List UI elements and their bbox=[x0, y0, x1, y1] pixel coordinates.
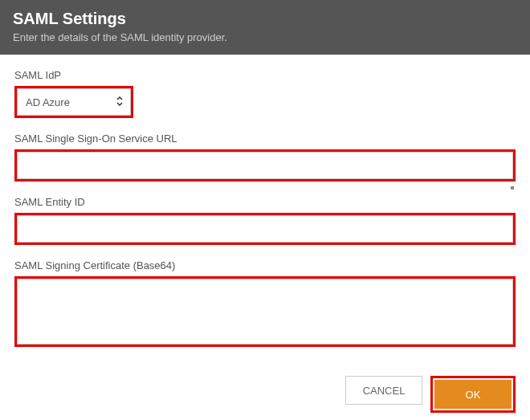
dialog-subtitle: Enter the details of the SAML identity p… bbox=[13, 31, 517, 43]
dialog-title: SAML Settings bbox=[13, 10, 517, 28]
dialog-footer: CANCEL OK bbox=[0, 369, 530, 420]
ok-button[interactable]: OK bbox=[434, 380, 512, 409]
field-signing-cert: SAML Signing Certificate (Base64) bbox=[14, 259, 516, 347]
entity-id-highlight bbox=[14, 213, 516, 245]
saml-idp-label: SAML IdP bbox=[14, 69, 516, 81]
field-saml-idp: SAML IdP AD Azure bbox=[14, 69, 516, 118]
entity-id-label: SAML Entity ID bbox=[14, 196, 516, 208]
resize-indicator-icon bbox=[511, 186, 514, 190]
sso-url-highlight bbox=[14, 149, 516, 181]
signing-cert-highlight bbox=[14, 276, 516, 347]
signing-cert-label: SAML Signing Certificate (Base64) bbox=[14, 259, 516, 271]
saml-idp-select[interactable]: AD Azure bbox=[17, 88, 131, 116]
field-entity-id: SAML Entity ID bbox=[14, 196, 516, 245]
saml-idp-highlight: AD Azure bbox=[14, 86, 133, 118]
ok-button-highlight: OK bbox=[430, 376, 516, 413]
cancel-button[interactable]: CANCEL bbox=[345, 376, 422, 405]
dialog-header: SAML Settings Enter the details of the S… bbox=[0, 0, 530, 55]
sso-url-label: SAML Single Sign-On Service URL bbox=[14, 133, 516, 145]
sso-url-input[interactable] bbox=[17, 152, 513, 179]
entity-id-input[interactable] bbox=[17, 215, 513, 243]
dialog-body: SAML IdP AD Azure SAML Single Sign-On Se… bbox=[0, 55, 530, 369]
signing-cert-textarea[interactable] bbox=[17, 279, 513, 345]
field-sso-url: SAML Single Sign-On Service URL bbox=[14, 133, 516, 181]
